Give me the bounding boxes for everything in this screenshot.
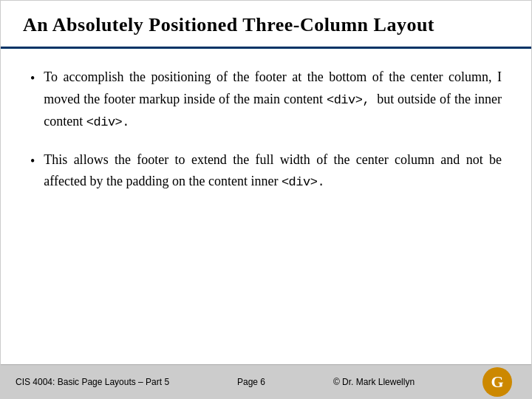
- bullet-text-1: To accomplish the positioning of the foo…: [44, 66, 502, 133]
- footer-page: Page 6: [237, 377, 265, 387]
- bullet-dot-1: •: [30, 68, 35, 89]
- logo-circle: G: [482, 367, 512, 397]
- bullet-dot-2: •: [30, 151, 35, 172]
- bullet-text-2: This allows the footer to extend the ful…: [44, 149, 502, 194]
- footer-course: CIS 4004: Basic Page Layouts – Part 5: [16, 377, 169, 387]
- logo-symbol: G: [491, 372, 503, 392]
- footer-logo: G: [482, 367, 516, 397]
- slide-header: An Absolutely Positioned Three-Column La…: [1, 1, 531, 49]
- footer-content: CIS 4004: Basic Page Layouts – Part 5 Pa…: [16, 367, 516, 397]
- footer-copyright: © Dr. Mark Llewellyn: [333, 377, 415, 387]
- bullet-item-1: • To accomplish the positioning of the f…: [30, 66, 502, 133]
- bullet-item-2: • This allows the footer to extend the f…: [30, 149, 502, 194]
- slide-body: • To accomplish the positioning of the f…: [1, 49, 531, 364]
- slide-container: An Absolutely Positioned Three-Column La…: [0, 0, 532, 399]
- slide-footer: CIS 4004: Basic Page Layouts – Part 5 Pa…: [1, 364, 531, 398]
- slide-title: An Absolutely Positioned Three-Column La…: [23, 14, 509, 36]
